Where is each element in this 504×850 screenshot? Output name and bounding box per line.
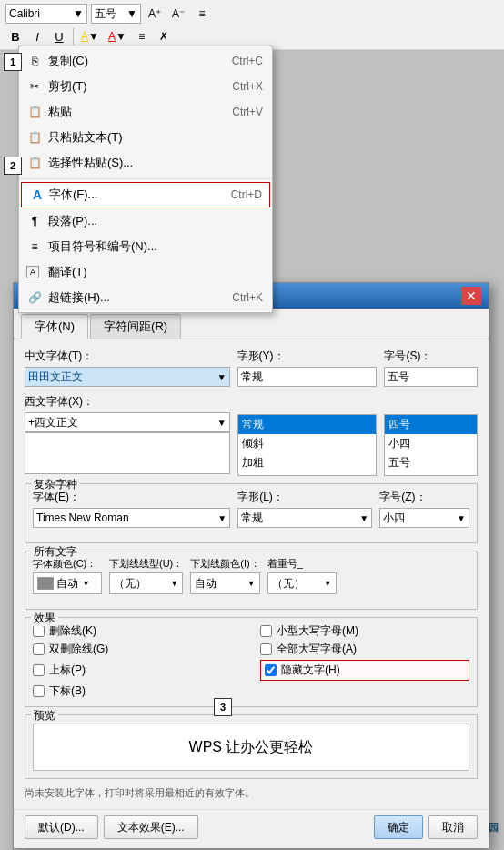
size-item-s4[interactable]: 小四 [385,434,477,453]
default-button[interactable]: 默认(D)... [25,815,98,839]
underline-color-select[interactable]: 自动 ▼ [190,572,259,594]
paste-text-label: 只粘贴文本(T) [48,129,123,146]
font-name-box[interactable]: Calibri ▼ [5,4,87,24]
subscript-checkbox[interactable] [33,685,45,697]
clear-format-button[interactable]: ✗ [154,26,174,46]
translate-label: 翻译(T) [48,264,87,280]
small-caps-checkbox[interactable] [260,625,272,637]
font-size-box[interactable]: 五号 ▼ [91,4,141,24]
menu-item-paste-text[interactable]: 📋 只粘贴文本(T) [19,125,272,150]
style-input[interactable] [237,367,378,387]
underline-button[interactable]: U [49,26,69,46]
complex-size-col: 字号(Z)： 小四 ▼ [379,490,469,528]
align-button[interactable]: ≡ [132,26,152,46]
chinese-font-value: 田田文正文 [28,369,83,385]
hyperlink-label: 超链接(H)... [48,289,110,306]
emphasis-select[interactable]: （无） ▼ [267,572,337,594]
complex-size-value: 小四 [383,511,405,526]
strikethrough-checkbox[interactable] [33,625,45,637]
style-item-italic[interactable]: 倾斜 [238,434,377,453]
small-caps-label: 小型大写字母(M) [277,623,358,639]
emphasis-value: （无） [272,576,305,592]
superscript-checkbox[interactable] [33,664,45,676]
complex-style-label: 字形(L)： [237,490,372,505]
hidden-label: 隐藏文字(H) [281,663,340,678]
menu-item-copy[interactable]: ⎘ 复制(C) Ctrl+C [19,48,272,74]
menu-item-paste[interactable]: 📋 粘贴 Ctrl+V [19,99,272,125]
western-font-value: +西文正文 [28,415,78,430]
all-caps-row: 全部大写字母(A) [260,642,469,657]
font-color-select[interactable]: 自动 ▼ [33,572,102,594]
western-font-input[interactable]: +西文正文 ▼ [25,412,230,432]
ok-button[interactable]: 确定 [374,815,423,839]
menu-item-cut[interactable]: ✂ 剪切(T) Ctrl+X [19,74,272,99]
toolbar: Calibri ▼ 五号 ▼ A⁺ A⁻ ≡ B I U A▼ A [0,0,504,50]
bold-button[interactable]: B [5,26,25,46]
align-icon: ≡ [138,30,145,43]
style-item-bold[interactable]: 加粗 [238,453,377,472]
complex-style-input[interactable]: 常规 ▼ [237,508,372,528]
format-icon-button[interactable]: ≡ [192,4,212,24]
all-caps-checkbox[interactable] [260,643,272,655]
underline-style-select[interactable]: （无） ▼ [109,572,183,594]
menu-item-hyperlink[interactable]: 🔗 超链接(H)... Ctrl+K [19,285,272,310]
preview-text: WPS 让办公更轻松 [189,738,314,757]
font-dialog: W 字体 ✕ 字体(N) 字符间距(R) 中文字体(T)： 田田文正文 ▼ 字形… [13,282,489,849]
tab-spacing[interactable]: 字符间距(R) [90,314,181,339]
effects-title: 效果 [31,611,58,626]
hidden-checkbox[interactable] [265,664,277,676]
font-color-swatch [37,577,54,590]
chinese-font-arrow: ▼ [217,372,227,382]
dialog-body: 中文字体(T)： 田田文正文 ▼ 字形(Y)： 字号(S)： 西文字体(X)： … [14,339,489,809]
cancel-button[interactable]: 取消 [428,815,478,839]
western-font-list[interactable] [25,432,230,474]
hyperlink-icon: 🔗 [26,289,43,306]
hyperlink-shortcut: Ctrl+K [232,291,263,304]
double-strikethrough-checkbox[interactable] [33,643,45,655]
menu-item-bullets[interactable]: ≡ 项目符号和编号(N)... [19,234,272,259]
chinese-font-input[interactable]: 田田文正文 ▼ [25,367,230,387]
preview-section: 预览 WPS 让办公更轻松 [25,714,478,779]
style-listbox[interactable]: 常规 倾斜 加粗 [237,414,378,476]
complex-style-col: 字形(L)： 常规 ▼ [237,490,372,528]
dialog-close-button[interactable]: ✕ [461,287,481,305]
complex-size-arrow: ▼ [457,513,466,523]
menu-item-paste-special[interactable]: 📋 选择性粘贴(S)... [19,150,272,176]
tab-font[interactable]: 字体(N) [21,314,88,339]
size-item-4[interactable]: 四号 [385,415,477,434]
paste-label: 粘贴 [48,104,72,120]
size-input[interactable] [384,367,478,387]
format-icon: ≡ [199,7,206,20]
text-effects-button[interactable]: 文本效果(E)... [104,815,198,839]
menu-item-font[interactable]: A 字体(F)... Ctrl+D [21,182,270,207]
highlight-button[interactable]: A▼ [77,26,103,46]
complex-font-input[interactable]: Times New Roman ▼ [33,508,230,528]
underline-color-label: 下划线颜色(I)： [190,557,259,571]
badge-2: 2 [4,157,22,175]
italic-button[interactable]: I [27,26,47,46]
paste-special-label: 选择性粘贴(S)... [48,155,133,171]
paragraph-icon: ¶ [26,213,43,229]
complex-section-title: 复杂字种 [31,477,80,492]
underline-color-arrow: ▼ [247,579,256,588]
menu-item-translate[interactable]: A 翻译(T) [19,259,272,285]
footer-left: 默认(D)... 文本效果(E)... [25,815,198,839]
style-list-spacer [237,394,378,414]
small-caps-row: 小型大写字母(M) [260,623,469,639]
menu-item-paragraph[interactable]: ¶ 段落(P)... [19,208,272,234]
menu-separator-1 [19,178,272,179]
copy-label: 复制(C) [48,53,88,69]
all-caps-label: 全部大写字母(A) [277,642,357,657]
font-shrink-button[interactable]: A⁻ [168,4,188,24]
translate-icon: A [26,266,39,278]
font-color-button[interactable]: A▼ [105,26,130,46]
paragraph-label: 段落(P)... [48,213,97,229]
context-menu: ⎘ 复制(C) Ctrl+C ✂ 剪切(T) Ctrl+X 📋 粘贴 Ctrl+… [18,46,273,313]
style-item-regular[interactable]: 常规 [238,415,377,434]
font-grow-button[interactable]: A⁺ [145,4,165,24]
complex-style-arrow: ▼ [359,513,368,523]
subscript-label: 下标(B) [49,683,86,699]
complex-size-input[interactable]: 小四 ▼ [379,508,469,528]
size-item-5[interactable]: 五号 [385,453,477,472]
size-listbox[interactable]: 四号 小四 五号 [384,414,478,476]
